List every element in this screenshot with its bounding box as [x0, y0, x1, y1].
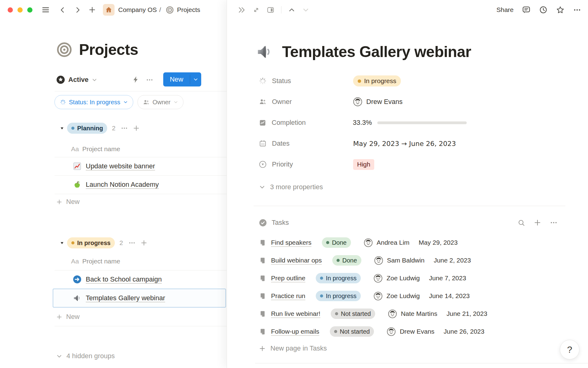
- task-status-tag[interactable]: Done: [322, 237, 351, 248]
- updates-clock-icon[interactable]: [539, 6, 548, 14]
- prev-page-icon[interactable]: [288, 6, 296, 14]
- task-title-link[interactable]: Follow-up emails: [271, 328, 319, 335]
- nav-forward-icon[interactable]: [74, 6, 81, 14]
- speaker-emoji-icon-large[interactable]: [255, 42, 274, 61]
- new-button-dropdown[interactable]: [190, 75, 201, 84]
- group-options-icon[interactable]: [121, 125, 128, 132]
- project-row-launch-notion-academy[interactable]: Launch Notion Academy: [55, 175, 227, 194]
- task-row[interactable]: Run live webinar! Not started Nate Marti…: [259, 305, 487, 323]
- chevron-down-icon: [193, 77, 198, 82]
- task-title-link[interactable]: Find speakers: [271, 239, 311, 246]
- hidden-groups-toggle[interactable]: 4 hidden groups: [56, 348, 115, 364]
- task-row[interactable]: Find speakers Done Andrea Lim May 29, 20…: [259, 234, 487, 251]
- help-button-label: ?: [567, 344, 572, 355]
- view-options-icon[interactable]: [146, 76, 153, 84]
- breadcrumb-workspace[interactable]: Company OS/: [118, 6, 161, 13]
- task-assignee: Drew Evans: [400, 328, 434, 335]
- view-tab-active[interactable]: Active: [56, 72, 97, 87]
- group-options-icon[interactable]: [128, 239, 136, 247]
- new-page-in-tasks[interactable]: New page in Tasks: [259, 340, 327, 356]
- project-title-link[interactable]: Templates Gallery webinar: [86, 294, 165, 302]
- project-title-link[interactable]: Update website banner: [86, 162, 155, 170]
- task-row[interactable]: Build webinar ops Done Sam Baldwin June …: [259, 251, 487, 269]
- group-tag-planning[interactable]: Planning: [67, 123, 107, 134]
- filter-bar-fade: [196, 93, 227, 110]
- breadcrumb-page[interactable]: Projects: [177, 6, 200, 13]
- more-properties-toggle[interactable]: 3 more properties: [259, 180, 323, 194]
- task-status-tag[interactable]: In progress: [316, 273, 361, 283]
- automations-bolt-icon[interactable]: [132, 75, 140, 84]
- column-header[interactable]: Aa Project name: [71, 254, 120, 269]
- nav-back-icon[interactable]: [59, 6, 66, 14]
- next-page-icon[interactable]: [302, 6, 310, 14]
- group-add-icon[interactable]: [140, 239, 148, 247]
- project-row-back-to-school[interactable]: Back to School campaign: [55, 270, 227, 289]
- more-options-icon[interactable]: [573, 6, 581, 14]
- add-task-icon[interactable]: [533, 219, 541, 227]
- project-row-templates-gallery-webinar-selected[interactable]: Templates Gallery webinar: [53, 289, 226, 308]
- task-status-tag[interactable]: Not started: [331, 309, 375, 319]
- home-breadcrumb-badge[interactable]: [103, 4, 115, 16]
- tasks-options-icon[interactable]: [550, 219, 558, 227]
- task-row[interactable]: Practice run In progress Zoe Ludwig June…: [259, 287, 487, 305]
- tasks-title[interactable]: Tasks: [272, 219, 289, 227]
- property-row-status[interactable]: Status In progress: [259, 72, 467, 90]
- task-status-label: Done: [342, 257, 357, 264]
- page-icon: [259, 328, 266, 335]
- window-minimize-button[interactable]: [17, 7, 23, 13]
- close-peek-icon[interactable]: [238, 6, 246, 14]
- task-row[interactable]: Prep outline In progress Zoe Ludwig June…: [259, 269, 487, 287]
- toolbar-right: Share: [496, 0, 581, 20]
- new-button-label[interactable]: New: [163, 75, 190, 83]
- task-title-link[interactable]: Run live webinar!: [271, 310, 320, 317]
- task-title-link[interactable]: Practice run: [271, 292, 305, 300]
- project-row-update-website-banner[interactable]: Update website banner: [55, 157, 227, 175]
- completion-chart-icon: [259, 119, 266, 127]
- property-row-owner[interactable]: Owner Drew Evans: [259, 93, 467, 110]
- status-value-tag[interactable]: In progress: [353, 75, 401, 86]
- side-peek-mode-icon[interactable]: [266, 6, 275, 14]
- help-button[interactable]: ?: [560, 340, 579, 359]
- tasks-section-header: Tasks: [259, 215, 558, 231]
- task-status-tag[interactable]: In progress: [316, 291, 361, 301]
- filter-chip-status[interactable]: Status: In progress: [55, 95, 133, 109]
- task-status-tag[interactable]: Not started: [330, 326, 374, 337]
- group-add-icon[interactable]: [133, 125, 140, 132]
- project-title-link[interactable]: Launch Notion Academy: [86, 181, 159, 189]
- property-row-priority[interactable]: Priority High: [259, 156, 467, 173]
- chevron-down-icon: [56, 353, 62, 359]
- group-tag-in-progress[interactable]: In progress: [67, 237, 115, 248]
- window-close-button[interactable]: [8, 7, 13, 13]
- new-button[interactable]: New: [163, 72, 201, 86]
- new-row-planning[interactable]: New: [56, 194, 80, 210]
- group-collapse-triangle-icon[interactable]: [60, 126, 64, 131]
- column-header[interactable]: Aa Project name: [71, 142, 120, 156]
- properties-divider: [254, 206, 565, 206]
- task-title-link[interactable]: Prep outline: [271, 274, 305, 282]
- task-title-link[interactable]: Build webinar ops: [271, 257, 322, 264]
- comments-icon[interactable]: [522, 6, 531, 14]
- page-icon: [259, 239, 266, 247]
- project-title-link[interactable]: Back to School campaign: [86, 275, 162, 283]
- group-collapse-triangle-icon[interactable]: [60, 241, 64, 245]
- property-row-completion[interactable]: Completion 33.3%: [259, 114, 467, 131]
- property-row-dates[interactable]: Dates May 29, 2023 → June 26, 2023: [259, 135, 467, 152]
- blue-arrow-circle-icon: [73, 275, 82, 284]
- task-row[interactable]: Follow-up emails Not started Drew Evans …: [259, 323, 487, 340]
- status-spinner-icon: [60, 99, 66, 105]
- new-tab-icon[interactable]: [88, 6, 96, 14]
- favorite-star-icon[interactable]: [556, 6, 565, 14]
- page-title[interactable]: Templates Gallery webinar: [282, 43, 471, 61]
- task-assignee: Andrea Lim: [377, 239, 409, 246]
- task-status-tag[interactable]: Done: [332, 255, 361, 266]
- sidebar-menu-icon[interactable]: [41, 6, 50, 14]
- filter-chip-owner[interactable]: Owner: [138, 95, 183, 109]
- share-button[interactable]: Share: [496, 6, 514, 13]
- window-zoom-button[interactable]: [27, 7, 32, 13]
- new-row-in-progress[interactable]: New: [56, 309, 80, 325]
- expand-page-icon[interactable]: [252, 6, 260, 14]
- search-icon[interactable]: [518, 219, 525, 227]
- plus-icon: [259, 345, 266, 352]
- green-apple-emoji-icon: [73, 180, 82, 189]
- priority-value-tag[interactable]: High: [353, 159, 374, 170]
